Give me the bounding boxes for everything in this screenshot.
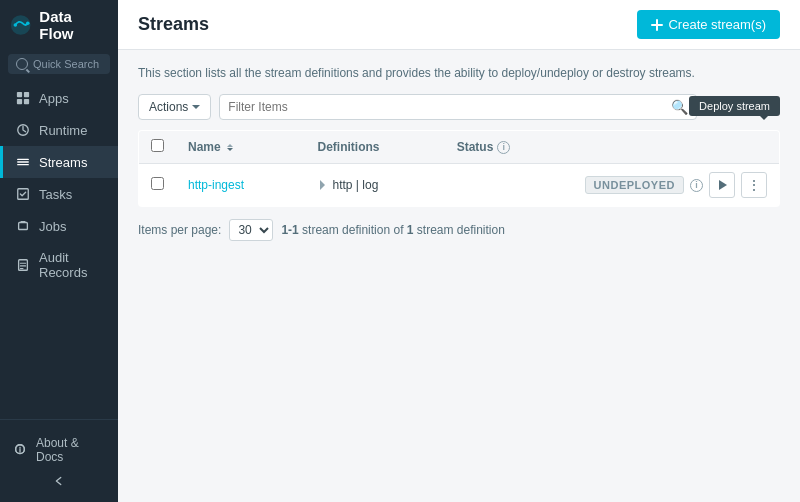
apps-label: Apps (39, 91, 69, 106)
stream-name-cell: http-ingest (176, 164, 306, 207)
chevron-right-icon (320, 180, 325, 190)
svg-rect-5 (17, 99, 22, 104)
total-count: 1 (407, 223, 414, 237)
collapse-sidebar-button[interactable] (12, 470, 106, 492)
audit-icon (15, 257, 31, 273)
expand-definitions-button[interactable] (318, 178, 327, 192)
runtime-label: Runtime (39, 123, 87, 138)
sidebar-item-runtime[interactable]: Runtime (0, 114, 118, 146)
jobs-label: Jobs (39, 219, 66, 234)
refresh-label: Refresh (730, 100, 772, 114)
sidebar-item-streams[interactable]: Streams (0, 146, 118, 178)
row-checkbox[interactable] (151, 177, 164, 190)
create-button-label: Create stream(s) (668, 17, 766, 32)
row-info-button[interactable]: i (690, 179, 703, 192)
select-all-checkbox[interactable] (151, 139, 164, 152)
sidebar: Data Flow Quick Search Apps (0, 0, 118, 502)
search-label: Quick Search (33, 58, 99, 70)
status-cell: UNDEPLOYED i ⋮ (445, 164, 780, 207)
items-per-page-label: Items per page: (138, 223, 221, 237)
plus-icon (651, 19, 663, 31)
table-header-row: Name Definitions Status (139, 131, 780, 164)
svg-point-2 (26, 21, 30, 25)
search-icon (16, 58, 28, 70)
sidebar-item-tasks[interactable]: Tasks (0, 178, 118, 210)
definitions-cell: http | log (306, 164, 445, 207)
svg-rect-6 (24, 99, 29, 104)
definitions-header-label: Definitions (318, 140, 380, 154)
apps-icon (15, 90, 31, 106)
actions-label: Actions (149, 100, 188, 114)
pagination-row: Items per page: 30 1-1 stream definition… (138, 219, 780, 241)
jobs-icon (15, 218, 31, 234)
create-stream-button[interactable]: Create stream(s) (637, 10, 780, 39)
status-header-label: Status (457, 140, 494, 154)
main-content: Streams Create stream(s) This section li… (118, 0, 800, 502)
content-area: This section lists all the stream defini… (118, 50, 800, 502)
search-icon: 🔍 (671, 99, 688, 115)
total-label: stream definition (417, 223, 505, 237)
page-title: Streams (138, 14, 209, 35)
pagination-range: 1-1 stream definition of 1 stream defini… (281, 223, 504, 237)
sidebar-item-apps[interactable]: Apps (0, 82, 118, 114)
tasks-label: Tasks (39, 187, 72, 202)
svg-point-1 (14, 23, 18, 27)
stream-name-link[interactable]: http-ingest (188, 178, 244, 192)
nav-items: Apps Runtime Streams (0, 82, 118, 419)
app-header: Data Flow (0, 0, 118, 50)
of-text: stream definition of (302, 223, 407, 237)
svg-rect-9 (19, 223, 28, 230)
audit-records-label: Audit Records (39, 250, 106, 280)
tasks-icon (15, 186, 31, 202)
name-column-header[interactable]: Name (176, 131, 306, 164)
docs-icon (12, 442, 28, 458)
streams-label: Streams (39, 155, 87, 170)
status-info-icon[interactable]: i (497, 141, 510, 154)
svg-rect-3 (17, 92, 22, 97)
refresh-icon (710, 98, 728, 116)
definitions-value: http | log (333, 178, 379, 192)
sort-icon (227, 144, 233, 151)
range-text: 1-1 (281, 223, 298, 237)
app-name: Data Flow (39, 8, 108, 42)
sort-up-icon (227, 144, 233, 147)
about-docs-label: About & Docs (36, 436, 106, 464)
search-box[interactable]: Quick Search (8, 54, 110, 74)
chevron-down-icon (192, 105, 200, 109)
sidebar-item-audit-records[interactable]: Audit Records (0, 242, 118, 288)
description-text: This section lists all the stream defini… (138, 66, 780, 80)
deploy-row-button[interactable] (709, 172, 735, 198)
runtime-icon (15, 122, 31, 138)
filter-box: 🔍 (219, 94, 697, 120)
name-header-label: Name (188, 140, 221, 154)
svg-rect-4 (24, 92, 29, 97)
logo-icon (10, 14, 31, 36)
page-header: Streams Create stream(s) (118, 0, 800, 50)
per-page-select[interactable]: 30 (229, 219, 273, 241)
about-docs-item[interactable]: About & Docs (12, 430, 106, 470)
refresh-button[interactable]: Refresh (705, 95, 780, 119)
sort-down-icon (227, 148, 233, 151)
more-actions-button[interactable]: ⋮ (741, 172, 767, 198)
play-icon (719, 180, 727, 190)
select-all-column (139, 131, 177, 164)
table-row: http-ingest http | log (139, 164, 780, 207)
status-badge: UNDEPLOYED (585, 176, 684, 194)
sidebar-footer: About & Docs (0, 419, 118, 502)
toolbar: Actions 🔍 Refresh (138, 94, 780, 120)
streams-icon (15, 154, 31, 170)
filter-input[interactable] (228, 100, 666, 114)
status-column-header: Status i (445, 131, 780, 164)
definitions-column-header: Definitions (306, 131, 445, 164)
streams-table: Name Definitions Status (138, 130, 780, 207)
row-checkbox-cell (139, 164, 177, 207)
ellipsis-icon: ⋮ (747, 177, 761, 193)
sidebar-item-jobs[interactable]: Jobs (0, 210, 118, 242)
actions-button[interactable]: Actions (138, 94, 211, 120)
